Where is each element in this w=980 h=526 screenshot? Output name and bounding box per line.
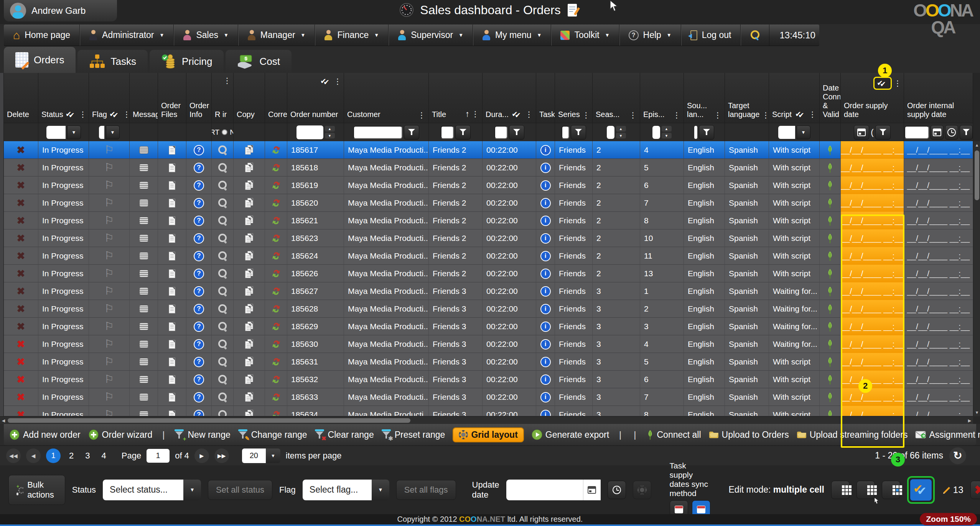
column-header-corre[interactable]: Corre: [265, 73, 287, 123]
column-menu-icon[interactable]: ⋮: [762, 111, 769, 119]
cell-rir[interactable]: [212, 406, 234, 416]
cell-dateconn[interactable]: [820, 194, 841, 212]
correspondence-sync-icon[interactable]: [272, 198, 281, 208]
cell-dateconn[interactable]: [820, 159, 841, 176]
spinner[interactable]: ▲▼: [662, 126, 672, 139]
table-row[interactable]: ✖In Progress⚐?185621Maya Media Producti.…: [4, 212, 973, 229]
cell-corre[interactable]: [265, 388, 287, 406]
tasks-info-icon[interactable]: i: [540, 286, 551, 297]
cell-rir[interactable]: [212, 388, 234, 406]
cell-info[interactable]: ?: [186, 176, 212, 194]
cell-message[interactable]: [130, 335, 158, 353]
cell-files[interactable]: [158, 265, 186, 282]
cell-supply[interactable]: __/__/____ __:__: [841, 176, 904, 194]
copy-icon[interactable]: [244, 339, 254, 349]
menu-administrator[interactable]: Administrator▼: [80, 25, 174, 46]
table-row[interactable]: ✖In Progress⚐?185630Maya Media Producti.…: [4, 335, 973, 353]
column-menu-icon[interactable]: ⋮: [629, 111, 637, 119]
magnifier-icon[interactable]: [217, 198, 228, 208]
batch-check-icon[interactable]: ✔✔: [512, 110, 523, 119]
cell-files[interactable]: [158, 388, 186, 406]
add-new-order-button[interactable]: Add new order: [9, 429, 81, 440]
cell-dateconn[interactable]: [820, 371, 841, 388]
delete-icon[interactable]: ✖: [17, 357, 25, 367]
cell-message[interactable]: [130, 300, 158, 318]
delete-icon[interactable]: ✖: [17, 233, 25, 243]
cell-dateconn[interactable]: [820, 388, 841, 406]
correspondence-sync-icon[interactable]: [272, 374, 281, 385]
magnifier-icon[interactable]: [217, 145, 228, 155]
cell-message[interactable]: [130, 282, 158, 300]
cell-copy[interactable]: [234, 300, 265, 318]
change-range-button[interactable]: ✎Change range: [238, 429, 307, 440]
spinner[interactable]: ▲▼: [616, 126, 626, 139]
edit-mode-cell-select-button[interactable]: [856, 481, 875, 499]
cell-flag[interactable]: ⚐: [89, 194, 130, 212]
leaf-icon[interactable]: [826, 180, 834, 191]
magnifier-icon[interactable]: [217, 269, 228, 279]
message-icon[interactable]: [139, 393, 148, 401]
cell-tasks[interactable]: i: [536, 282, 555, 300]
cell-info[interactable]: ?: [186, 318, 212, 335]
cell-supply[interactable]: __/__/____ __:__: [841, 194, 904, 212]
cell-corre[interactable]: [265, 176, 287, 194]
flag-icon[interactable]: ⚐: [104, 321, 114, 332]
cell-flag[interactable]: ⚐: [89, 318, 130, 335]
cell-delete[interactable]: ✖: [4, 229, 38, 247]
cell-copy[interactable]: [234, 388, 265, 406]
funnel-filter-button[interactable]: [875, 125, 891, 140]
cell-files[interactable]: [158, 371, 186, 388]
filter-input[interactable]: [904, 126, 929, 139]
funnel-filter-button[interactable]: [455, 125, 471, 140]
horizontal-scrollbar[interactable]: ◀ ▶: [0, 416, 973, 424]
message-icon[interactable]: [139, 181, 148, 189]
message-icon[interactable]: [139, 252, 148, 260]
cell-rir[interactable]: [212, 247, 234, 265]
cell-corre[interactable]: [265, 212, 287, 229]
horizontal-scroll-thumb[interactable]: [8, 418, 410, 423]
correspondence-sync-icon[interactable]: [272, 409, 281, 416]
cell-delete[interactable]: ✖: [4, 318, 38, 335]
column-header-status[interactable]: Status✔✔⋮: [38, 73, 89, 123]
table-row[interactable]: ✖In Progress⚐?185623Maya Media Producti.…: [4, 229, 973, 247]
leaf-icon[interactable]: [826, 392, 834, 402]
vertical-scrollbar[interactable]: ▲ ▼: [973, 141, 980, 416]
tasks-info-icon[interactable]: i: [540, 410, 551, 417]
cell-info[interactable]: ?: [186, 141, 212, 159]
cell-files[interactable]: [158, 300, 186, 318]
tasks-info-icon[interactable]: i: [540, 198, 551, 208]
flag-icon[interactable]: ⚐: [104, 409, 114, 416]
column-header-source[interactable]: Sou... lan...⋮: [684, 73, 725, 123]
order-info-icon[interactable]: ?: [194, 233, 204, 244]
order-info-icon[interactable]: ?: [194, 163, 204, 173]
table-row[interactable]: ✖In Progress⚐?185619Maya Media Producti.…: [4, 176, 973, 194]
correspondence-sync-icon[interactable]: [272, 356, 281, 367]
table-row[interactable]: ✖In Progress⚐?185624Maya Media Producti.…: [4, 247, 973, 265]
filter-input[interactable]: [494, 126, 507, 139]
cell-info[interactable]: ?: [186, 335, 212, 353]
cell-files[interactable]: [158, 194, 186, 212]
menu-supervisor[interactable]: Supervisor▼: [389, 25, 473, 46]
copy-icon[interactable]: [244, 410, 254, 416]
delete-icon[interactable]: ✖: [17, 392, 25, 402]
cell-delete[interactable]: ✖: [4, 282, 38, 300]
tasks-info-icon[interactable]: i: [540, 392, 551, 402]
cell-dateconn[interactable]: [820, 212, 841, 229]
order-info-icon[interactable]: ?: [194, 357, 204, 367]
cell-delete[interactable]: ✖: [4, 194, 38, 212]
leaf-icon[interactable]: [826, 356, 834, 367]
column-header-target[interactable]: Target language⋮: [725, 73, 769, 123]
items-per-page-select[interactable]: 20 ▼: [242, 449, 280, 463]
table-row[interactable]: ✖In Progress⚐?185620Maya Media Producti.…: [4, 194, 973, 212]
cell-dateconn[interactable]: [820, 406, 841, 416]
cell-corre[interactable]: [265, 141, 287, 159]
cell-message[interactable]: [130, 265, 158, 282]
cell-corre[interactable]: [265, 265, 287, 282]
cell-tasks[interactable]: i: [536, 265, 555, 282]
copy-icon[interactable]: [244, 216, 254, 226]
magnifier-icon[interactable]: [217, 410, 228, 417]
order-files-icon[interactable]: [169, 340, 175, 349]
column-header-duration[interactable]: Dura...✔✔⋮: [483, 73, 536, 123]
cell-copy[interactable]: [234, 335, 265, 353]
menu-help[interactable]: ?Help▼: [619, 25, 681, 46]
